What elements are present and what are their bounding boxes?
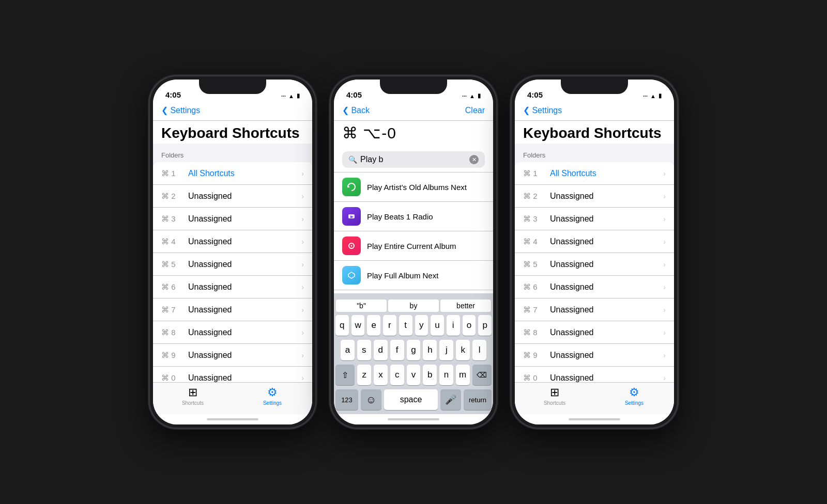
list-item[interactable]: ⌘ 8 Unassigned › xyxy=(515,321,674,344)
tab-settings-1[interactable]: ⚙ Settings xyxy=(233,386,312,406)
clear-button[interactable]: Clear xyxy=(465,106,485,115)
key-w[interactable]: w xyxy=(351,315,365,336)
list-item[interactable]: ⌘ 9 Unassigned › xyxy=(153,344,312,367)
key-t[interactable]: t xyxy=(399,315,412,336)
chevron-icon: › xyxy=(301,215,304,223)
section-header-folders-1: Folders xyxy=(153,144,312,162)
tab-shortcuts-3[interactable]: ⊞ Shortcuts xyxy=(515,386,594,406)
back-button-2[interactable]: ❮ Back xyxy=(342,105,370,115)
key-g[interactable]: g xyxy=(407,340,421,360)
result-label-1: Play Artist's Old Albums Next xyxy=(367,183,467,192)
list-item[interactable]: ⌘ 9 Unassigned › xyxy=(515,344,674,367)
search-input[interactable]: Play b xyxy=(360,155,466,164)
key-return[interactable]: return xyxy=(464,389,492,410)
list-item[interactable]: ⌘ 1 All Shortcuts › xyxy=(515,162,674,185)
settings-tab-label-3: Settings xyxy=(625,400,644,406)
key-c[interactable]: c xyxy=(390,365,404,385)
result-label-4: Play Full Album Next xyxy=(367,271,438,280)
key-r[interactable]: r xyxy=(383,315,396,336)
folders-list-3: ⌘ 1 All Shortcuts › ⌘ 2 Unassigned › ⌘ 3… xyxy=(515,162,674,382)
signal-icon-2: ··· xyxy=(462,93,467,99)
key-d[interactable]: d xyxy=(374,340,388,360)
key-k[interactable]: k xyxy=(456,340,470,360)
suggestion-2[interactable]: by xyxy=(388,300,439,312)
list-item[interactable]: ⌘ 6 Unassigned › xyxy=(515,276,674,298)
key-i[interactable]: i xyxy=(447,315,460,336)
tab-settings-3[interactable]: ⚙ Settings xyxy=(594,386,674,406)
list-item[interactable]: ⌘ 7 Unassigned › xyxy=(153,298,312,321)
suggestion-1[interactable]: "b" xyxy=(336,300,387,312)
key-shift[interactable]: ⇧ xyxy=(335,365,355,385)
key-m[interactable]: m xyxy=(456,365,470,385)
chevron-icon: › xyxy=(301,192,304,200)
list-item[interactable]: ⌘ 1 All Shortcuts › xyxy=(153,162,312,185)
home-indicator-1 xyxy=(153,414,312,424)
search-result-item[interactable]: Play Entire Current Album xyxy=(334,231,493,261)
home-bar-3 xyxy=(569,418,620,420)
key-b[interactable]: b xyxy=(423,365,437,385)
list-item[interactable]: ⌘ 2 Unassigned › xyxy=(153,185,312,208)
shortcuts-tab-label: Shortcuts xyxy=(182,400,204,406)
list-item[interactable]: ⌘ 0 Unassigned › xyxy=(153,367,312,382)
key-mic[interactable]: 🎤 xyxy=(440,389,461,410)
key-z[interactable]: z xyxy=(357,365,371,385)
key-u[interactable]: u xyxy=(431,315,444,336)
key-e[interactable]: e xyxy=(367,315,380,336)
notch-2 xyxy=(380,80,447,94)
signal-icon-3: ··· xyxy=(643,93,648,99)
back-button-1[interactable]: ❮ Settings xyxy=(161,105,200,115)
result-label-3: Play Entire Current Album xyxy=(367,242,456,250)
shortcut-key-display: ⌘ ⌥-0 xyxy=(342,124,485,142)
key-o[interactable]: o xyxy=(463,315,476,336)
nav-bar-3: ❮ Settings xyxy=(515,102,674,121)
search-bar[interactable]: 🔍 Play b ✕ xyxy=(342,151,485,168)
chevron-icon: › xyxy=(301,306,304,314)
key-h[interactable]: h xyxy=(423,340,437,360)
key-s[interactable]: s xyxy=(357,340,371,360)
key-y[interactable]: y xyxy=(415,315,428,336)
key-v[interactable]: v xyxy=(407,365,421,385)
key-p[interactable]: p xyxy=(478,315,492,336)
key-l[interactable]: l xyxy=(472,340,486,360)
battery-icon-3: ▮ xyxy=(658,92,662,99)
key-x[interactable]: x xyxy=(374,365,388,385)
list-item[interactable]: ⌘ 5 Unassigned › xyxy=(515,253,674,276)
list-item[interactable]: ⌘ 2 Unassigned › xyxy=(515,185,674,208)
key-j[interactable]: j xyxy=(439,340,453,360)
chevron-icon: › xyxy=(301,351,304,359)
search-result-item[interactable]: Play Full Album Next xyxy=(334,261,493,290)
signal-icon-1: ··· xyxy=(281,93,286,99)
key-emoji[interactable]: ☺ xyxy=(361,389,381,410)
chevron-icon: › xyxy=(301,328,304,337)
wifi-icon-1: ▲ xyxy=(288,93,294,99)
search-result-item[interactable]: Play Artist's Old Albums Next xyxy=(334,172,493,202)
list-item[interactable]: ⌘ 7 Unassigned › xyxy=(515,298,674,321)
status-icons-3: ··· ▲ ▮ xyxy=(643,92,662,99)
list-item[interactable]: ⌘ 6 Unassigned › xyxy=(153,276,312,298)
phone-3: 4:05 ··· ▲ ▮ ❮ Settings Keyboard Shortcu… xyxy=(512,76,677,428)
chevron-icon: › xyxy=(301,169,304,178)
list-item[interactable]: ⌘ 8 Unassigned › xyxy=(153,321,312,344)
key-delete[interactable]: ⌫ xyxy=(472,365,492,385)
key-123[interactable]: 123 xyxy=(335,389,358,410)
list-item[interactable]: ⌘ 3 Unassigned › xyxy=(153,208,312,230)
list-item[interactable]: ⌘ 4 Unassigned › xyxy=(153,230,312,253)
search-result-item[interactable]: Play Beats 1 Radio xyxy=(334,202,493,231)
tab-shortcuts-1[interactable]: ⊞ Shortcuts xyxy=(153,386,233,406)
key-n[interactable]: n xyxy=(439,365,453,385)
key-f[interactable]: f xyxy=(390,340,404,360)
suggestion-3[interactable]: better xyxy=(440,300,491,312)
list-item[interactable]: ⌘ 4 Unassigned › xyxy=(515,230,674,253)
key-q[interactable]: q xyxy=(335,315,349,336)
key-a[interactable]: a xyxy=(341,340,355,360)
list-item[interactable]: ⌘ 0 Unassigned › xyxy=(515,367,674,382)
home-indicator-3 xyxy=(515,414,674,424)
back-button-3[interactable]: ❮ Settings xyxy=(523,105,562,115)
list-item[interactable]: ⌘ 3 Unassigned › xyxy=(515,208,674,230)
nav-bar-2: ❮ Back Clear xyxy=(334,102,493,121)
search-clear-button[interactable]: ✕ xyxy=(469,155,479,164)
content-3: Keyboard Shortcuts Folders ⌘ 1 All Short… xyxy=(515,121,674,382)
content-1: Keyboard Shortcuts Folders ⌘ 1 All Short… xyxy=(153,121,312,382)
list-item[interactable]: ⌘ 5 Unassigned › xyxy=(153,253,312,276)
key-space[interactable]: space xyxy=(384,389,438,410)
